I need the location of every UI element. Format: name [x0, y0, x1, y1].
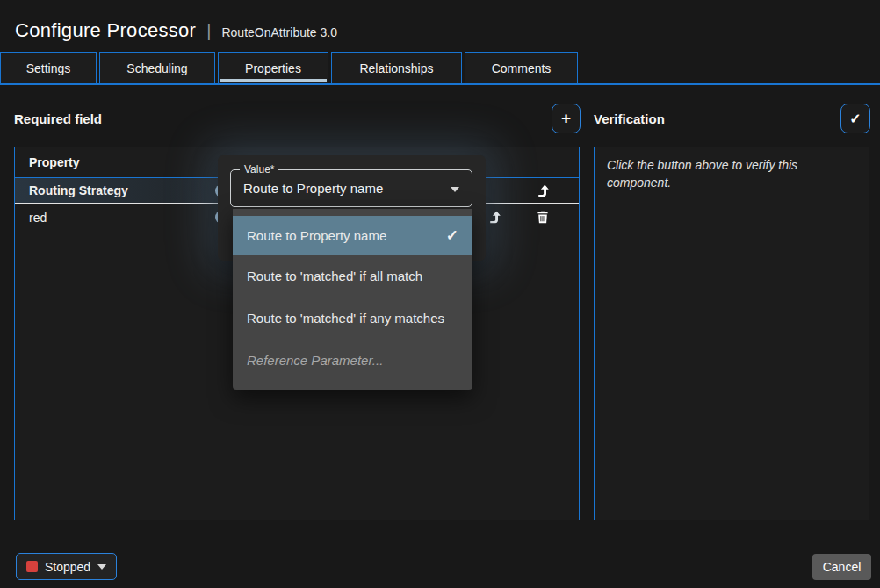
- processor-type-label: RouteOnAttribute 3.0: [221, 25, 337, 39]
- run-state-button[interactable]: Stopped: [16, 553, 117, 580]
- required-field-heading: Required field: [14, 111, 102, 126]
- property-name: red: [29, 211, 47, 225]
- cancel-button-label: Cancel: [823, 560, 862, 574]
- property-name: Routing Strategy: [29, 183, 128, 197]
- tab-relationships[interactable]: Relationships: [331, 52, 462, 84]
- stopped-square-icon: [26, 561, 38, 572]
- value-combobox[interactable]: Value* Route to Property name: [230, 169, 472, 207]
- option-label: Reference Parameter...: [247, 353, 383, 368]
- option-reference-parameter[interactable]: Reference Parameter...: [233, 339, 472, 381]
- option-label: Route to 'matched' if any matches: [247, 311, 444, 326]
- tab-scheduling-label: Scheduling: [126, 61, 187, 75]
- value-field-selected-text: Route to Property name: [231, 181, 383, 196]
- run-state-label: Stopped: [45, 560, 90, 574]
- check-icon: ✓: [849, 111, 861, 127]
- verification-message: Click the button above to verify this co…: [607, 156, 846, 192]
- selected-check-icon: ✓: [446, 226, 458, 245]
- verification-heading: Verification: [594, 111, 665, 126]
- value-options-dropdown: Route to Property name ✓ Route to 'match…: [233, 209, 472, 390]
- option-route-matched-any[interactable]: Route to 'matched' if any matches: [233, 297, 472, 339]
- chevron-down-icon: [451, 187, 459, 192]
- dialog-title: Configure Processor: [15, 19, 196, 42]
- tabbar-divider: [0, 83, 880, 85]
- tab-properties-label: Properties: [245, 61, 301, 75]
- option-route-to-property-name[interactable]: Route to Property name ✓: [233, 216, 472, 255]
- tab-comments[interactable]: Comments: [465, 52, 578, 84]
- configure-processor-dialog: Configure Processor | RouteOnAttribute 3…: [0, 0, 880, 588]
- option-label: Route to Property name: [247, 228, 386, 243]
- plus-icon: +: [561, 109, 571, 128]
- verify-button[interactable]: ✓: [840, 104, 870, 133]
- option-route-matched-all[interactable]: Route to 'matched' if all match: [233, 255, 472, 297]
- dialog-header: Configure Processor | RouteOnAttribute 3…: [15, 19, 337, 42]
- cancel-button[interactable]: Cancel: [812, 554, 871, 580]
- delete-property-icon[interactable]: [536, 211, 549, 224]
- property-column-header-label: Property: [29, 155, 80, 169]
- tab-settings-label: Settings: [26, 61, 71, 75]
- tab-comments-label: Comments: [492, 61, 552, 75]
- active-tab-indicator: [220, 79, 327, 82]
- chevron-down-icon: [97, 564, 106, 570]
- tab-relationships-label: Relationships: [359, 61, 433, 75]
- add-property-button[interactable]: +: [552, 104, 581, 133]
- convert-to-parameter-icon[interactable]: [537, 184, 550, 197]
- title-separator: |: [206, 21, 211, 41]
- value-field-label: Value*: [240, 163, 278, 176]
- tab-settings[interactable]: Settings: [0, 52, 97, 84]
- option-label: Route to 'matched' if all match: [247, 269, 422, 283]
- tab-scheduling[interactable]: Scheduling: [99, 52, 215, 84]
- verification-panel: Click the button above to verify this co…: [594, 147, 869, 520]
- convert-to-parameter-icon[interactable]: [488, 211, 501, 224]
- tab-properties[interactable]: Properties: [218, 52, 328, 84]
